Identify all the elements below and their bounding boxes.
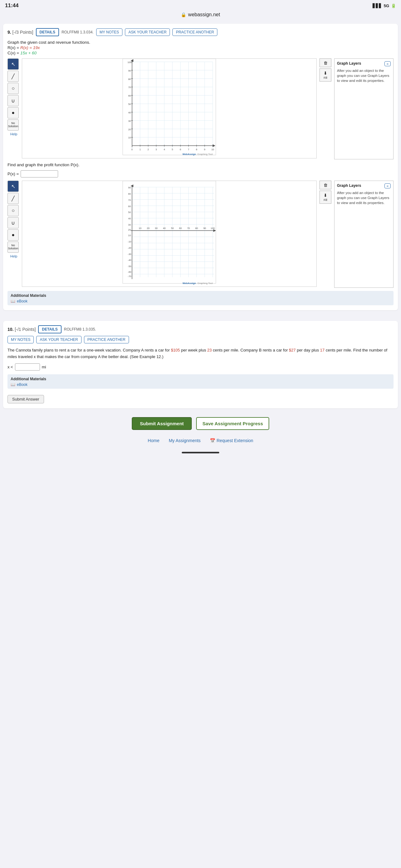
practice-another-button-10[interactable]: PRACTICE ANOTHER [84,336,129,343]
home-indicator [182,452,219,453]
save-progress-button[interactable]: Save Assignment Progress [196,417,269,430]
svg-text:100: 100 [211,227,215,230]
svg-text:50: 50 [171,227,174,230]
details-button-9[interactable]: DETAILS [36,28,59,36]
delete-btn-1[interactable]: 🗑 [320,58,331,67]
practice-another-button-9[interactable]: PRACTICE ANOTHER [172,28,218,36]
graph-2-container: ↖ ╱ ○ ∪ ● NoSolution Help [7,181,394,288]
select-tool-2[interactable]: ↖ [7,181,19,192]
curve-tool-2[interactable]: ∪ [7,217,19,228]
my-notes-button-9[interactable]: MY NOTES [96,28,123,36]
svg-text:60: 60 [128,205,131,208]
status-bar: 11:44 ▋▋▋ 5G 🔋 [0,0,401,10]
q9-instructions: Graph the given cost and revenue functio… [7,40,394,45]
point-tool-2[interactable]: ● [7,229,19,241]
ebook-link-10[interactable]: 📖 eBook [11,382,390,387]
graph-1-container: ↖ ╱ ○ ∪ ● NoSolution Help [7,58,394,159]
no-solution-tool-2[interactable]: NoSolution [7,242,19,253]
svg-text:90: 90 [203,227,206,230]
calendar-icon: 📅 [210,438,215,443]
graph-1-svg: 100 90 80 70 60 50 40 30 20 10 0 1 2 3 4 [22,58,317,158]
svg-text:10: 10 [139,227,141,230]
graph-2-right: 🗑 ⬇ Fill [319,181,332,288]
question-10-card: 10. [-/1 Points] DETAILS ROLFFM8 1.3.035… [3,321,398,408]
svg-rect-0 [123,59,216,155]
ebook-link-9[interactable]: 📖 eBook [11,299,390,303]
svg-text:40: 40 [163,227,166,230]
collapse-layers-1[interactable]: « [385,61,391,66]
submit-assignment-button[interactable]: Submit Assignment [132,417,192,430]
fill-btn-2[interactable]: ⬇ Fill [320,191,331,204]
help-btn-2[interactable]: Help [7,254,20,258]
add-mat-title-9: Additional Materials [11,293,390,298]
svg-text:9: 9 [204,148,205,151]
svg-text:-10: -10 [128,240,132,243]
fill-btn-1[interactable]: ⬇ Fill [320,68,331,82]
svg-text:50: 50 [128,103,131,105]
svg-text:20: 20 [128,128,131,131]
svg-text:40: 40 [128,217,131,220]
help-btn-1[interactable]: Help [7,132,20,136]
svg-text:30: 30 [128,120,131,122]
circle-tool-1[interactable]: ○ [7,83,19,94]
bottom-actions: Submit Assignment Save Assignment Progre… [0,411,401,433]
px-input[interactable] [21,170,58,178]
svg-text:90: 90 [128,186,131,189]
my-notes-button-10[interactable]: MY NOTES [7,336,34,343]
line-tool-1[interactable]: ╱ [7,71,19,82]
svg-text:1: 1 [139,148,141,151]
graph-2-layers-panel: Graph Layers « After you add an object t… [334,181,394,288]
svg-text:10: 10 [128,136,131,139]
graph-1-layers-text: After you add an object to the graph you… [337,68,391,83]
delete-btn-2[interactable]: 🗑 [320,181,331,189]
graph-1-layers-header: Graph Layers « [337,61,391,66]
line-tool-2[interactable]: ╱ [7,193,19,204]
ask-teacher-button-9[interactable]: ASK YOUR TEACHER [125,28,170,36]
home-link[interactable]: Home [148,438,159,443]
graph-2-tools: ↖ ╱ ○ ∪ ● NoSolution Help [7,181,20,288]
add-mat-title-10: Additional Materials [11,377,390,381]
additional-materials-9: Additional Materials 📖 eBook [7,291,394,305]
point-tool-1[interactable]: ● [7,107,19,118]
svg-text:3: 3 [156,148,157,151]
svg-text:100: 100 [127,61,132,64]
x-value-input[interactable] [15,363,40,371]
graph-2-layers-text: After you add an object to the graph you… [337,190,391,205]
svg-text:WebAssign. Graphing Tool: WebAssign. Graphing Tool [182,282,213,285]
curve-tool-1[interactable]: ∪ [7,95,19,106]
svg-text:8: 8 [196,148,197,151]
details-button-10[interactable]: DETAILS [38,325,61,333]
svg-text:-60: -60 [128,271,132,273]
question-9-card: 9. [-/3 Points] DETAILS ROLFFM8 1.3.034.… [3,24,398,310]
collapse-layers-2[interactable]: « [385,183,391,188]
q9-profit-instructions: Find and graph the profit function P(x). [7,162,394,167]
svg-text:20: 20 [128,228,131,231]
svg-text:80: 80 [195,227,198,230]
select-tool-1[interactable]: ↖ [7,58,19,70]
profit-input-row: P(x) = [7,170,394,178]
lock-icon: 🔒 [181,12,186,17]
battery-icon: 🔋 [391,3,396,8]
svg-text:70: 70 [128,199,131,202]
assignments-link[interactable]: My Assignments [169,438,201,443]
question-9-number: 9. [-/3 Points] [7,30,33,35]
svg-text:4: 4 [164,148,165,151]
svg-text:70: 70 [187,227,190,230]
book-icon-10: 📖 [11,382,15,387]
graph-1-area: 100 90 80 70 60 50 40 30 20 10 0 1 2 3 4 [22,58,317,159]
svg-rect-67 [123,181,216,283]
ask-teacher-button-10[interactable]: ASK YOUR TEACHER [36,336,81,343]
svg-text:2: 2 [147,148,149,151]
browser-bar: 🔒 webassign.net [0,10,401,21]
submit-answer-button[interactable]: Submit Answer [7,395,44,403]
status-time: 11:44 [5,2,19,9]
circle-tool-2[interactable]: ○ [7,205,19,216]
additional-materials-10: Additional Materials 📖 eBook [7,374,394,389]
svg-text:-70: -70 [128,275,132,278]
mi-label: mi [42,365,46,369]
svg-text:WebAssign. Graphing Tool: WebAssign. Graphing Tool [182,153,213,156]
request-extension-link[interactable]: 📅 Request Extension [210,438,253,443]
url-display: webassign.net [188,12,220,18]
bottom-nav: Home My Assignments 📅 Request Extension [0,433,401,451]
no-solution-tool-1[interactable]: NoSolution [7,119,19,131]
